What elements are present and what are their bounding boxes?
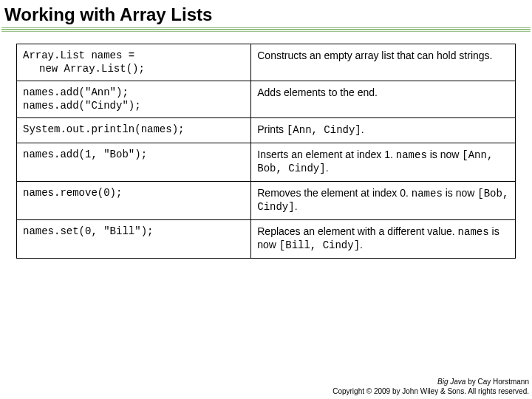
- desc-cell: Constructs an empty array list that can …: [251, 44, 516, 81]
- code-cell: names.add("Ann");names.add("Cindy");: [17, 81, 251, 118]
- table-row: Array.List names =new Array.List();Const…: [17, 44, 516, 81]
- desc-cell: Removes the element at index 0. names is…: [251, 181, 516, 219]
- desc-cell: Prints [Ann, Cindy].: [251, 118, 516, 143]
- arraylist-table: Array.List names =new Array.List();Const…: [16, 44, 516, 259]
- footer-copyright: Copyright © 2009 by John Wiley & Sons. A…: [332, 387, 529, 397]
- table-row: System.out.println(names);Prints [Ann, C…: [17, 118, 516, 143]
- code-cell: names.add(1, "Bob");: [17, 143, 251, 181]
- desc-cell: Replaces an element with a different val…: [251, 219, 516, 258]
- title-underline: [1, 27, 531, 33]
- table-row: names.remove(0);Removes the element at i…: [17, 181, 516, 219]
- footer-book: Big Java: [437, 378, 466, 386]
- code-cell: Array.List names =new Array.List();: [17, 44, 251, 81]
- footer: Big Java by Cay Horstmann Copyright © 20…: [332, 378, 529, 396]
- code-cell: System.out.println(names);: [17, 118, 251, 143]
- desc-cell: Adds elements to the end.: [251, 81, 516, 118]
- code-cell: names.remove(0);: [17, 181, 251, 219]
- table-row: names.add("Ann");names.add("Cindy");Adds…: [17, 81, 516, 118]
- page-title: Working with Array Lists: [1, 0, 531, 27]
- code-cell: names.set(0, "Bill");: [17, 219, 251, 258]
- footer-author: by Cay Horstmann: [466, 378, 529, 386]
- table-row: names.add(1, "Bob");Inserts an element a…: [17, 143, 516, 181]
- desc-cell: Inserts an element at index 1. names is …: [251, 143, 516, 181]
- table-row: names.set(0, "Bill");Replaces an element…: [17, 219, 516, 258]
